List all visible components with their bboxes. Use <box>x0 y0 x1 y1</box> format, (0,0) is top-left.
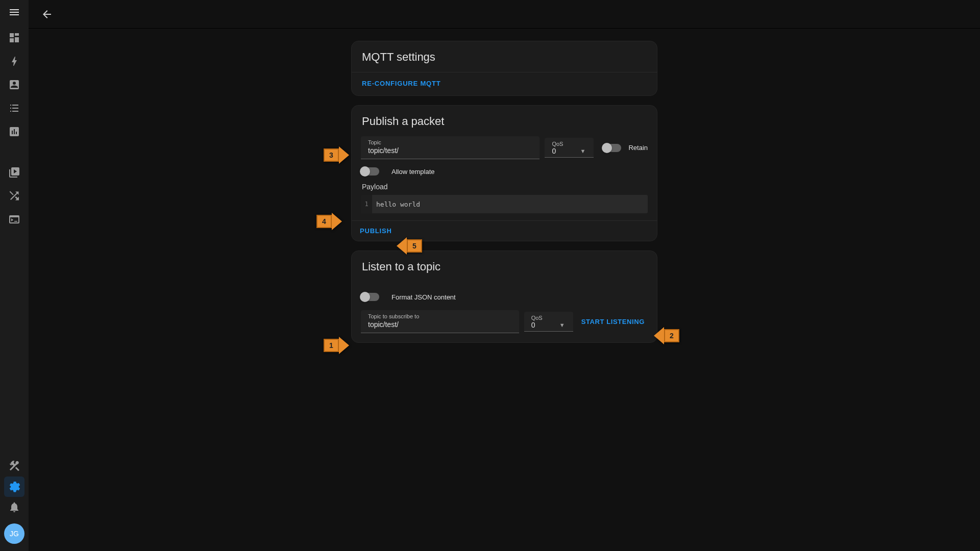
annotation-label: 4 <box>316 215 332 228</box>
annotation-label: 2 <box>664 329 679 342</box>
topic-input[interactable] <box>368 145 532 157</box>
publish-title: Publish a packet <box>352 106 657 136</box>
publish-qos-label: QoS <box>552 141 586 147</box>
topic-field[interactable]: Topic <box>361 136 540 159</box>
gear-icon <box>8 481 20 493</box>
chart-box-icon <box>8 126 20 138</box>
nav-history[interactable] <box>4 121 24 142</box>
annotation-arrow-2: 2 <box>654 327 679 344</box>
nav-devtools[interactable] <box>4 456 24 477</box>
avatar-initials: JG <box>10 530 19 538</box>
nav-settings[interactable] <box>4 477 24 497</box>
arrow-right-icon <box>339 337 349 354</box>
format-json-label: Format JSON content <box>391 293 456 301</box>
reconfigure-mqtt-button[interactable]: RE-CONFIGURE MQTT <box>361 78 442 89</box>
content: MQTT settings RE-CONFIGURE MQTT Publish … <box>29 29 980 551</box>
list-icon <box>8 102 20 114</box>
menu-icon <box>8 6 20 18</box>
annotation-arrow-3: 3 <box>324 146 349 164</box>
account-box-icon <box>8 79 20 91</box>
payload-editor[interactable]: 1 hello world <box>361 195 648 213</box>
publish-card: Publish a packet Topic QoS 0 ▼ <box>351 105 657 241</box>
arrow-right-icon <box>332 213 342 230</box>
retain-label: Retain <box>628 144 648 152</box>
nav-map[interactable] <box>4 74 24 95</box>
payload-label: Payload <box>362 183 648 191</box>
topic-label: Topic <box>368 139 532 145</box>
annotation-arrow-1: 1 <box>324 337 349 354</box>
payload-input[interactable]: hello world <box>372 195 648 213</box>
format-json-toggle[interactable] <box>361 293 379 301</box>
chevron-down-icon: ▼ <box>580 148 587 154</box>
publish-qos-field[interactable]: QoS 0 ▼ <box>545 138 594 158</box>
annotation-label: 1 <box>324 339 339 352</box>
main: MQTT settings RE-CONFIGURE MQTT Publish … <box>29 0 980 551</box>
subscribe-field[interactable]: Topic to subscribe to <box>361 310 519 333</box>
avatar[interactable]: JG <box>4 523 24 544</box>
nav-terminal[interactable] <box>4 209 24 230</box>
publish-button[interactable]: PUBLISH <box>359 225 393 237</box>
arrow-left-icon <box>41 8 53 20</box>
listen-title: Listen to a topic <box>352 251 657 282</box>
hammer-icon <box>8 460 20 472</box>
flash-icon <box>8 55 20 67</box>
arrow-right-icon <box>339 146 349 164</box>
nav-overview[interactable] <box>4 28 24 48</box>
payload-line-number: 1 <box>361 195 372 213</box>
back-button[interactable] <box>37 4 57 24</box>
subscribe-input[interactable] <box>368 319 512 331</box>
sidebar: JG <box>0 0 29 551</box>
nav-file-editor[interactable] <box>4 186 24 206</box>
listen-card: Listen to a topic Format JSON content To… <box>351 251 657 343</box>
bell-icon <box>8 501 20 513</box>
nav-energy[interactable] <box>4 51 24 71</box>
listen-qos-label: QoS <box>531 315 566 321</box>
console-icon <box>8 213 20 226</box>
dashboard-icon <box>8 32 20 44</box>
start-listening-button[interactable]: START LISTENING <box>578 313 648 331</box>
mqtt-settings-title: MQTT settings <box>352 41 657 72</box>
nav-logbook[interactable] <box>4 98 24 118</box>
chevron-down-icon: ▼ <box>559 322 566 328</box>
allow-template-toggle[interactable] <box>361 167 379 176</box>
retain-toggle[interactable] <box>603 144 621 152</box>
subscribe-label: Topic to subscribe to <box>368 313 512 319</box>
listen-qos-field[interactable]: QoS 0 ▼ <box>524 312 573 332</box>
annotation-label: 3 <box>324 148 339 162</box>
hamburger-menu[interactable] <box>4 2 24 22</box>
play-box-multiple-icon <box>8 166 20 179</box>
shuffle-icon <box>8 190 20 202</box>
nav-media[interactable] <box>4 162 24 183</box>
listen-qos-value: 0 <box>531 321 535 329</box>
nav-notifications[interactable] <box>4 497 24 517</box>
topbar <box>29 0 980 29</box>
annotation-arrow-4: 4 <box>316 213 342 230</box>
publish-qos-value: 0 <box>552 147 556 155</box>
mqtt-settings-card: MQTT settings RE-CONFIGURE MQTT <box>351 41 657 96</box>
allow-template-label: Allow template <box>391 168 435 176</box>
